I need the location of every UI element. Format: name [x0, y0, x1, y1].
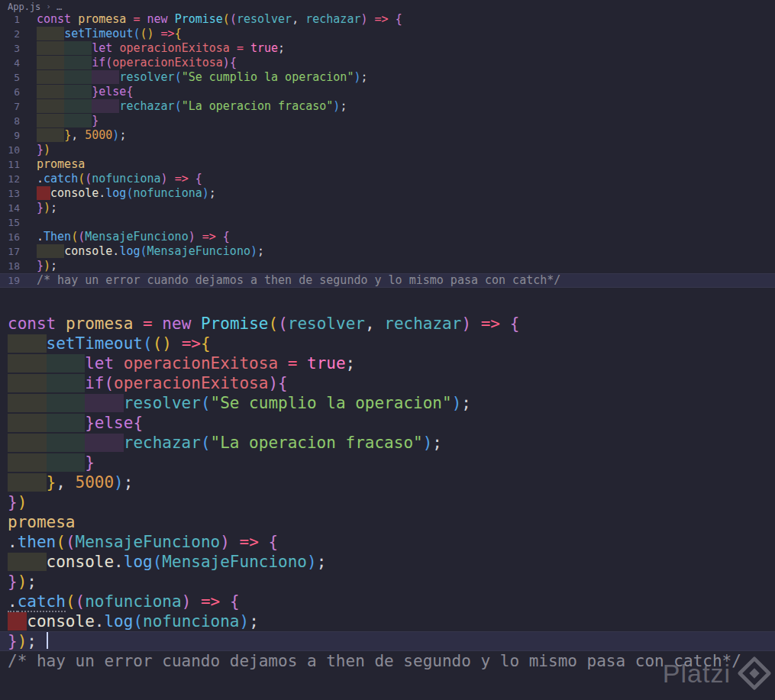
code-line[interactable]: 18});: [0, 259, 775, 273]
line-number[interactable]: 5: [0, 70, 20, 85]
line-number[interactable]: 1: [0, 12, 20, 27]
code-line[interactable]: }: [0, 453, 775, 473]
token-b1: (: [223, 12, 230, 26]
token-fn: setTimeout: [47, 334, 143, 353]
code-line[interactable]: 2 setTimeout(() =>{: [0, 27, 775, 41]
code-text: /* hay un error cuando dejamos a then de…: [0, 651, 741, 671]
token-pl: [216, 230, 223, 244]
line-number[interactable]: 18: [0, 259, 20, 273]
code-line[interactable]: 10}): [0, 143, 775, 157]
token-b2: ): [360, 12, 367, 26]
line-number[interactable]: 2: [0, 27, 20, 41]
code-line[interactable]: 15: [0, 215, 775, 230]
line-number[interactable]: 14: [0, 201, 20, 215]
token-pl: ;: [124, 473, 134, 492]
code-line[interactable]: }else{: [0, 413, 775, 433]
token-pr: operacionExitosa: [119, 41, 230, 55]
code-line[interactable]: 1const promesa = new Promise((resolver, …: [0, 12, 775, 27]
line-number[interactable]: 16: [0, 230, 20, 244]
code-line[interactable]: resolver("Se cumplio la operacion");: [0, 393, 775, 413]
code-line[interactable]: console.log(nofunciona);: [0, 611, 775, 631]
token-pl: ;: [340, 99, 347, 113]
code-line[interactable]: 11promesa: [0, 157, 775, 172]
editor-bottom-pane[interactable]: const promesa = new Promise((resolver, r…: [0, 314, 775, 671]
line-number[interactable]: 9: [0, 128, 20, 143]
code-line[interactable]: 6 }else{: [0, 85, 775, 99]
token-pm: rechazar: [305, 12, 360, 26]
token-pl: [278, 354, 288, 373]
editor-top-pane[interactable]: 1const promesa = new Promise((resolver, …: [0, 12, 775, 288]
code-line[interactable]: promesa: [0, 512, 775, 532]
code-line[interactable]: const promesa = new Promise((resolver, r…: [0, 314, 775, 334]
line-number[interactable]: 6: [0, 85, 20, 99]
code-text: });: [37, 201, 57, 215]
code-line[interactable]: console.log(MensajeFunciono);: [0, 552, 775, 572]
line-number[interactable]: 3: [0, 41, 20, 56]
line-number[interactable]: 7: [0, 99, 20, 114]
breadcrumb-more[interactable]: …: [57, 2, 62, 12]
line-number[interactable]: 11: [0, 157, 20, 172]
token-i1: [64, 70, 92, 84]
token-b3: (: [175, 99, 182, 113]
token-b2: }: [92, 114, 98, 127]
code-line[interactable]: 17 console.log(MensajeFunciono);: [0, 244, 775, 259]
line-number[interactable]: 10: [0, 143, 20, 157]
token-pl: ;: [50, 259, 57, 273]
code-line[interactable]: .catch((nofunciona) => {: [0, 592, 775, 611]
code-line[interactable]: 8 }: [0, 114, 775, 128]
code-line[interactable]: 9 }, 5000);: [0, 128, 775, 143]
token-b2: {: [126, 85, 133, 98]
code-line[interactable]: 13 console.log(nofunciona);: [0, 186, 775, 201]
code-text: setTimeout(() =>{: [0, 334, 211, 353]
code-text: }, 5000);: [0, 473, 133, 492]
line-number[interactable]: 8: [0, 114, 20, 128]
code-line[interactable]: 7 rechazar("La operacion fracaso");: [0, 99, 775, 114]
code-line[interactable]: });: [0, 572, 775, 592]
code-line[interactable]: 12.catch((nofunciona) => {: [0, 172, 775, 186]
breadcrumb-file[interactable]: App.js: [8, 2, 40, 12]
token-b2: }: [92, 85, 98, 98]
token-b3: ): [452, 394, 462, 412]
token-kw: else: [95, 414, 134, 432]
token-pm: rechazar: [384, 315, 461, 333]
line-number[interactable]: 15: [0, 215, 20, 230]
token-pm: nofunciona: [143, 612, 239, 631]
line-number[interactable]: 4: [0, 56, 20, 70]
line-number[interactable]: 13: [0, 186, 20, 201]
token-b1: (: [268, 315, 278, 333]
code-line[interactable]: /* hay un error cuando dejamos a then de…: [0, 651, 775, 671]
code-line[interactable]: 16.Then((MensajeFunciono) => {: [0, 230, 775, 244]
code-text: promesa: [0, 512, 76, 532]
token-kw: const: [37, 12, 71, 26]
token-fn: log: [105, 186, 126, 200]
token-pl: .: [98, 186, 105, 200]
token-b2: (: [66, 533, 76, 551]
line-number[interactable]: 12: [0, 172, 20, 186]
token-b3: ): [423, 434, 433, 452]
token-pr: operacionExitosa: [112, 56, 223, 69]
line-number[interactable]: 19: [0, 273, 20, 288]
token-pl: [172, 334, 182, 353]
token-pl: [168, 12, 175, 26]
token-b2: ): [182, 592, 192, 611]
code-line[interactable]: rechazar("La operacion fracaso");: [0, 433, 775, 453]
code-line[interactable]: if(operacionExitosa){: [0, 373, 775, 393]
code-line[interactable]: });: [0, 631, 775, 651]
code-line[interactable]: 19/* hay un error cuando dejamos a then …: [0, 273, 775, 288]
token-pl: .: [8, 533, 18, 551]
token-b1: {: [201, 334, 211, 353]
code-text: .catch((nofunciona) => {: [37, 172, 202, 186]
token-b2: (: [105, 56, 112, 69]
code-line[interactable]: }): [0, 492, 775, 512]
token-cls: Promise: [175, 12, 223, 26]
line-number[interactable]: 17: [0, 244, 20, 259]
code-line[interactable]: .then((MensajeFunciono) => {: [0, 532, 775, 552]
code-line[interactable]: 3 let operacionExitosa = true;: [0, 41, 775, 56]
code-line[interactable]: let operacionExitosa = true;: [0, 353, 775, 373]
code-line[interactable]: }, 5000);: [0, 473, 775, 492]
code-line[interactable]: 14});: [0, 201, 775, 215]
code-line[interactable]: 5 resolver("Se cumplio la operacion");: [0, 70, 775, 85]
token-pl: ;: [346, 354, 356, 373]
code-line[interactable]: 4 if(operacionExitosa){: [0, 56, 775, 70]
code-line[interactable]: setTimeout(() =>{: [0, 334, 775, 353]
